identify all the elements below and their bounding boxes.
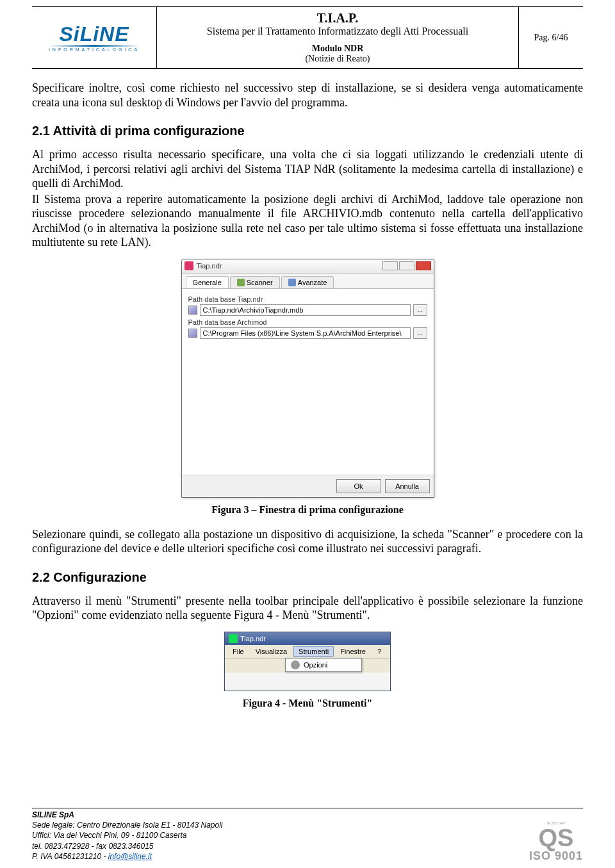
certification-logo: SCES 047 QS ISO 9001 xyxy=(529,821,583,862)
heading-2-1: 2.1 Attività di prima configurazione xyxy=(32,124,583,138)
paragraph-2-1-c: Selezionare quindi, se collegato alla po… xyxy=(32,527,583,556)
path-tiap-label: Path data base Tiap.ndr xyxy=(188,295,427,303)
footer-text: SILINE SpA Sede legale: Centro Direziona… xyxy=(32,810,223,862)
menu-window-title: Tiap.ndr xyxy=(240,635,266,643)
doc-module-sub: (Notizie di Reato) xyxy=(160,54,516,64)
tab-body: Path data base Tiap.ndr ... Path data ba… xyxy=(182,289,434,475)
app-icon xyxy=(229,634,238,643)
config-dialog: Tiap.ndr Generale Scanner Avanzate Path … xyxy=(181,259,434,498)
maximize-button[interactable] xyxy=(399,261,414,270)
menu-window-body xyxy=(225,673,390,691)
paragraph-intro: Specificare inoltre, così come richiesto… xyxy=(32,81,583,110)
dialog-title: Tiap.ndr xyxy=(197,262,381,270)
minimize-button[interactable] xyxy=(382,261,398,270)
tab-generale-label: Generale xyxy=(193,279,222,286)
footer-company: SILINE SpA xyxy=(32,810,223,820)
menu-strumenti[interactable]: Strumenti xyxy=(293,646,334,657)
close-button[interactable] xyxy=(416,261,431,270)
title-cell: T.I.A.P. Sistema per il Trattamento Info… xyxy=(157,6,519,69)
menu-item-opzioni[interactable]: Opzioni xyxy=(286,659,361,671)
gear-icon xyxy=(291,660,300,669)
footer-piva: P. IVA 04561231210 - info@siline.it xyxy=(32,851,223,862)
menu-finestre[interactable]: Finestre xyxy=(335,646,371,657)
figure-4-caption: Figura 4 - Menù "Strumenti" xyxy=(32,698,583,709)
menu-window-titlebar: Tiap.ndr xyxy=(225,632,390,645)
logo-tagline: INFORMATICALOGICA xyxy=(49,47,140,52)
cancel-button[interactable]: Annulla xyxy=(385,479,430,493)
figure-4: Tiap.ndr File Visualizza Strumenti Fines… xyxy=(32,632,583,691)
figure-3-caption: Figura 3 – Finestra di prima configurazi… xyxy=(32,504,583,516)
app-icon xyxy=(184,261,193,270)
dialog-tabs: Generale Scanner Avanzate xyxy=(182,274,434,289)
path-archimod-label: Path data base Archimod xyxy=(188,318,427,326)
tab-scanner[interactable]: Scanner xyxy=(230,276,280,288)
menubar: File Visualizza Strumenti Finestre ? xyxy=(225,645,390,659)
path-tiap-input[interactable] xyxy=(200,304,411,316)
page-number: Pag. 6/46 xyxy=(519,6,583,69)
tab-generale[interactable]: Generale xyxy=(186,276,229,288)
dialog-titlebar: Tiap.ndr xyxy=(182,259,434,274)
browse-tiap-button[interactable]: ... xyxy=(413,304,427,316)
scanner-icon xyxy=(237,279,245,286)
document-header: SiLiNE INFORMATICALOGICA T.I.A.P. Sistem… xyxy=(32,6,583,69)
advanced-icon xyxy=(288,279,296,286)
menu-visualizza[interactable]: Visualizza xyxy=(250,646,292,657)
doc-title: Sistema per il Trattamento Informatizzat… xyxy=(160,26,516,37)
ok-button[interactable]: Ok xyxy=(336,479,381,493)
footer-tel: tel. 0823.472928 - fax 0823.346015 xyxy=(32,841,223,851)
logo-text: SiLiNE xyxy=(49,24,140,44)
footer-piva-label: P. IVA 04561231210 - xyxy=(32,852,108,861)
cert-qs: QS xyxy=(529,826,583,850)
doc-module: Modulo NDR xyxy=(160,44,516,54)
footer-addr1: Sede legale: Centro Direzionale Isola E1… xyxy=(32,820,223,830)
menu-help[interactable]: ? xyxy=(372,646,386,657)
paragraph-2-1-a: Al primo accesso risulta necessario spec… xyxy=(32,147,583,191)
db-icon xyxy=(188,329,197,338)
tab-avanzate[interactable]: Avanzate xyxy=(281,276,334,288)
heading-2-2: 2.2 Configurazione xyxy=(32,570,583,585)
browse-archimod-button[interactable]: ... xyxy=(413,327,427,339)
figure-3: Tiap.ndr Generale Scanner Avanzate Path … xyxy=(32,259,583,498)
menu-window: Tiap.ndr File Visualizza Strumenti Fines… xyxy=(224,632,391,691)
db-icon xyxy=(188,306,197,315)
paragraph-2-2-a: Attraverso il menù "Strumenti" presente … xyxy=(32,594,583,623)
strumenti-dropdown: Opzioni xyxy=(285,658,362,672)
path-archimod-input[interactable] xyxy=(200,327,411,339)
dialog-buttons: Ok Annulla xyxy=(182,475,434,497)
paragraph-2-1-b: Il Sistema prova a reperire automaticame… xyxy=(32,192,583,250)
tab-avanzate-label: Avanzate xyxy=(298,279,327,286)
menu-item-opzioni-label: Opzioni xyxy=(304,661,327,669)
tab-scanner-label: Scanner xyxy=(247,279,273,286)
footer-email-link[interactable]: info@siline.it xyxy=(108,852,152,861)
doc-acronym: T.I.A.P. xyxy=(160,11,516,26)
menu-file[interactable]: File xyxy=(227,646,249,657)
footer-addr2: Uffici: Via dei Vecchi Pini, 09 - 81100 … xyxy=(32,830,223,840)
document-footer: SILINE SpA Sede legale: Centro Direziona… xyxy=(32,808,583,862)
cert-iso: ISO 9001 xyxy=(529,850,583,862)
logo-cell: SiLiNE INFORMATICALOGICA xyxy=(32,6,157,69)
